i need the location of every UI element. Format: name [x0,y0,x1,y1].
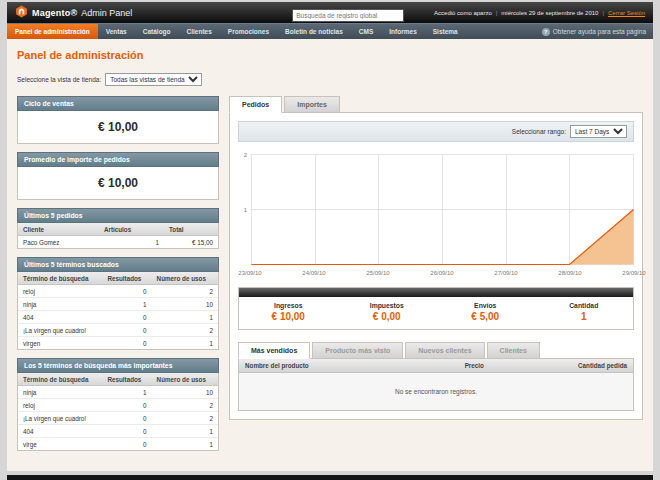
magento-logo-icon [15,4,28,22]
x-axis-label: 23/09/10 [238,270,261,276]
admin-page: Magento® Admin Panel Accedió como aparzo… [7,2,653,480]
diagram-tabs: Pedidos Importes [229,96,643,113]
col-header: Número de usos [152,272,218,285]
col-header: Resultados [102,373,151,386]
table-row[interactable]: ninja 1 10 [18,386,218,399]
last-orders-panel: Últimos 5 pedidos Cliente Artículos Tota… [17,208,219,249]
col-header: Nombre del producto [239,359,417,373]
col-header: Número de usos [152,373,218,386]
table-row[interactable]: ¡La virgen que cuadro! 0 2 [18,412,218,425]
nav-item-customers[interactable]: Clientes [179,24,220,39]
orders-chart-plot [250,150,634,268]
nav-item-catalog[interactable]: Catálogo [135,24,179,39]
range-label: Seleccionar rango: [512,128,566,135]
x-axis-label: 25/09/10 [366,270,389,276]
panel-title: Los 5 términos de búsqueda más important… [17,358,219,373]
dashboard-right-column: Pedidos Importes Seleccionar rango: Last… [229,96,643,420]
logged-in-as: Accedió como aparzo [434,10,492,16]
col-header: Término de búsqueda [18,373,102,386]
brand-suffix: Admin Panel [81,8,132,18]
help-icon: ? [542,28,550,36]
table-row[interactable]: 404 0 1 [18,311,218,324]
total-quantity: Cantidad 1 [535,302,634,322]
main-nav: Panel de administración Ventas Catálogo … [7,23,653,39]
nav-item-newsletter[interactable]: Boletín de noticias [277,24,351,39]
orders-chart-svg [250,150,634,268]
y-axis-label: 1 [244,207,247,213]
tab-orders[interactable]: Pedidos [229,96,282,113]
grid-tabs: Más vendidos Producto más visto Nuevos c… [238,342,634,359]
table-row[interactable]: ¡La virgen que cuadro! 0 2 [18,324,218,337]
nav-item-system[interactable]: Sistema [425,24,466,39]
brand-name: Magento® [32,8,77,18]
global-search-input[interactable] [292,9,404,22]
average-order-panel: Promedio de importe de pedidos € 10,00 [17,152,219,200]
lifetime-sales-panel: Ciclo de ventas € 10,00 [17,96,219,144]
x-axis-label: 24/09/10 [302,270,325,276]
col-header: Término de búsqueda [18,272,102,285]
session-info: Accedió como aparzo | miércoles 29 de se… [434,10,645,16]
col-header: Precio [417,359,490,373]
x-axis-label: 29/09/10 [622,270,645,276]
help-link[interactable]: ? Obtener ayuda para esta página [542,24,653,39]
store-view-select[interactable]: Todas las vistas de tienda [105,73,202,86]
range-bar: Seleccionar rango: Last 7 Days [238,121,634,142]
bestsellers-table: Nombre del producto Precio Cantidad pedi… [238,358,634,411]
table-row[interactable]: Paco Gomez 1 € 15,00 [18,236,218,249]
panel-title: Últimos 5 términos buscados [17,257,219,272]
nav-item-sales[interactable]: Ventas [98,24,135,39]
footer-bar [7,475,653,480]
tab-amounts[interactable]: Importes [284,96,340,113]
totals-panel: Ingresos € 10,00 Impuestos € 0,00 Envíos… [238,287,634,330]
diagram-box: Seleccionar rango: Last 7 Days 21 23/09/… [229,112,643,420]
tab-most-viewed[interactable]: Producto más visto [312,342,403,359]
help-label: Obtener ayuda para esta página [553,28,646,35]
total-tax: Impuestos € 0,00 [338,302,437,322]
top-search-terms-table: Término de búsqueda Resultados Número de… [18,373,218,450]
table-row[interactable]: reloj 0 2 [18,285,218,298]
nav-item-dashboard[interactable]: Panel de administración [7,24,98,39]
panel-title: Ciclo de ventas [17,96,219,111]
lifetime-sales-value: € 10,00 [18,111,218,143]
tab-bestsellers[interactable]: Más vendidos [238,342,310,359]
col-header: Cantidad pedida [490,359,633,373]
col-header: Total [164,223,218,236]
tab-new-customers[interactable]: Nuevos clientes [405,342,484,359]
table-row[interactable]: 404 0 1 [18,425,218,438]
table-row[interactable]: virge 0 1 [18,438,218,451]
orders-chart: 21 [238,150,634,268]
col-header: Artículos [99,223,164,236]
panel-title: Últimos 5 pedidos [17,208,219,223]
total-revenue: Ingresos € 10,00 [239,302,338,322]
average-order-value: € 10,00 [18,167,218,199]
dashboard-left-column: Ciclo de ventas € 10,00 Promedio de impo… [17,96,219,459]
totals-strip [239,288,633,297]
table-row[interactable]: reloj 0 2 [18,399,218,412]
current-date: miércoles 29 de septiembre de 2010 [501,10,598,16]
range-select[interactable]: Last 7 Days [570,125,627,138]
x-axis-labels: 23/09/1024/09/1025/09/1026/09/1027/09/10… [250,268,634,279]
separator: | [602,10,604,16]
panel-title: Promedio de importe de pedidos [17,152,219,167]
content-area: Panel de administración Seleccione la vi… [7,39,653,471]
nav-item-cms[interactable]: CMS [351,24,381,39]
top-search-terms-panel: Los 5 términos de búsqueda más important… [17,358,219,451]
x-axis-label: 27/09/10 [494,270,517,276]
table-row[interactable]: ninja 1 10 [18,298,218,311]
col-header: Cliente [18,223,99,236]
last-search-terms-panel: Últimos 5 términos buscados Término de b… [17,257,219,350]
x-axis-label: 28/09/10 [558,270,581,276]
total-shipping: Envíos € 5,00 [436,302,535,322]
store-view-switcher: Seleccione la vista de tienda: Todas las… [17,73,643,86]
logout-link[interactable]: Cerrar Sesión [608,10,645,16]
tab-customers[interactable]: Clientes [487,342,540,359]
page-title: Panel de administración [17,49,643,61]
store-view-label: Seleccione la vista de tienda: [17,76,101,83]
top-bar: Magento® Admin Panel Accedió como aparzo… [7,2,653,23]
x-axis-label: 26/09/10 [430,270,453,276]
table-row[interactable]: virgen 0 1 [18,337,218,350]
nav-item-promotions[interactable]: Promociones [220,24,277,39]
nav-item-reports[interactable]: Informes [381,24,424,39]
y-axis-label: 2 [244,152,247,158]
empty-message: No se encontraron registros. [239,373,633,411]
